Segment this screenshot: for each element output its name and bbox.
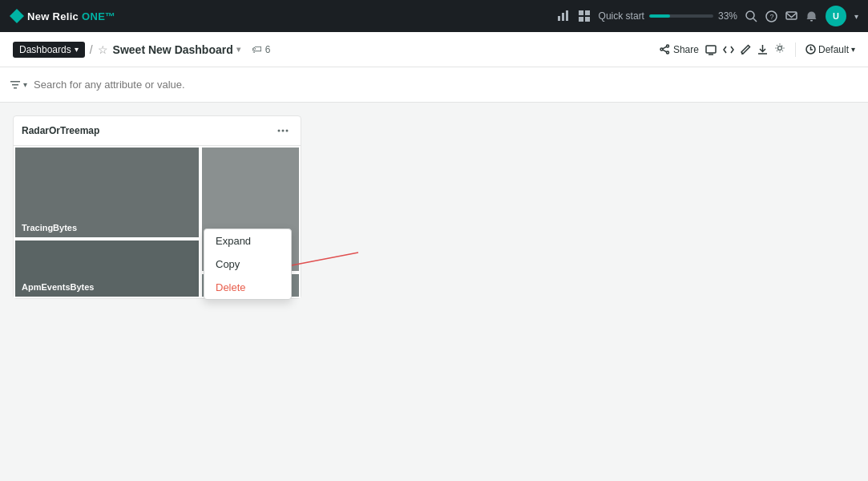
treemap-cell-tracing: TracingBytes <box>14 146 200 239</box>
svg-rect-6 <box>585 17 590 22</box>
context-menu-expand[interactable]: Expand <box>204 229 291 253</box>
svg-point-30 <box>286 130 289 132</box>
help-icon[interactable]: ? <box>765 10 777 22</box>
clock-icon <box>805 44 816 55</box>
chart-icon[interactable] <box>557 10 570 22</box>
context-menu-copy[interactable]: Copy <box>204 253 291 276</box>
top-navigation: New Relic ONE™ Quick start 33% ? <box>0 0 868 32</box>
widget-card: RadarOrTreemap TracingBytes MetricsBytes… <box>13 115 301 299</box>
svg-line-16 <box>663 46 667 49</box>
share-button[interactable]: Share <box>660 44 699 55</box>
bell-icon[interactable] <box>805 10 818 22</box>
three-dots-icon <box>277 124 289 137</box>
settings-button[interactable] <box>774 42 785 56</box>
svg-rect-18 <box>706 46 716 53</box>
message-icon[interactable] <box>785 10 797 22</box>
context-menu-delete[interactable]: Delete <box>204 276 291 299</box>
svg-point-29 <box>282 130 285 132</box>
svg-rect-11 <box>786 12 797 19</box>
logo-text: New Relic ONE™ <box>27 10 115 22</box>
filter-toggle[interactable]: ▾ <box>10 79 27 91</box>
svg-rect-27 <box>14 87 17 89</box>
search-icon[interactable] <box>745 10 757 22</box>
filter-bar: ▾ <box>0 67 868 103</box>
svg-rect-0 <box>558 16 560 21</box>
logo-diamond-icon <box>10 9 24 23</box>
svg-rect-3 <box>579 10 583 15</box>
filter-chevron: ▾ <box>23 80 27 89</box>
download-button[interactable] <box>757 44 768 55</box>
tv-button[interactable] <box>705 44 717 55</box>
breadcrumb-right: Share Default ▾ <box>660 42 855 57</box>
tv-icon <box>705 44 717 55</box>
context-menu: Expand Copy Delete <box>204 228 292 300</box>
breadcrumb-left: Dashboards ▾ / ☆ Sweet New Dashboard ▾ 🏷… <box>13 42 270 58</box>
code-icon <box>723 44 734 55</box>
user-avatar[interactable]: U <box>826 6 846 26</box>
widget-header: RadarOrTreemap <box>14 116 301 146</box>
svg-rect-4 <box>585 10 590 15</box>
gear-icon <box>774 42 785 54</box>
breadcrumb-title: Sweet New Dashboard ▾ <box>113 43 240 56</box>
top-nav-left: New Relic ONE™ <box>10 9 115 23</box>
svg-line-17 <box>663 50 667 52</box>
svg-rect-5 <box>579 17 583 22</box>
svg-text:?: ? <box>770 13 774 21</box>
widget-menu-button[interactable] <box>273 123 293 139</box>
edit-button[interactable] <box>741 44 751 55</box>
edit-icon <box>741 44 751 55</box>
user-menu-chevron[interactable]: ▾ <box>854 12 858 21</box>
svg-rect-26 <box>12 84 18 86</box>
svg-point-28 <box>278 130 281 132</box>
grid-icon[interactable] <box>578 10 591 22</box>
default-button[interactable]: Default ▾ <box>805 44 855 55</box>
svg-line-8 <box>753 18 757 22</box>
top-nav-right: Quick start 33% ? U ▾ <box>557 6 858 26</box>
svg-point-14 <box>666 51 668 54</box>
dashboards-breadcrumb[interactable]: Dashboards ▾ <box>13 42 85 58</box>
svg-point-23 <box>777 46 781 51</box>
star-icon[interactable]: ☆ <box>98 43 108 56</box>
default-chevron: ▾ <box>851 45 855 54</box>
tag-icon: 🏷 <box>252 43 262 55</box>
svg-rect-2 <box>566 10 568 21</box>
breadcrumb-bar: Dashboards ▾ / ☆ Sweet New Dashboard ▾ 🏷… <box>0 32 868 67</box>
main-content: RadarOrTreemap TracingBytes MetricsBytes… <box>0 103 868 478</box>
quick-start-label: Quick start <box>599 10 644 22</box>
progress-label: 33% <box>718 10 737 22</box>
breadcrumb-separator: / <box>90 43 93 56</box>
separator <box>795 42 796 57</box>
breadcrumb-tag: 🏷 6 <box>252 43 271 55</box>
title-chevron[interactable]: ▾ <box>236 45 240 54</box>
widget-title: RadarOrTreemap <box>22 125 99 136</box>
progress-fill <box>649 14 670 18</box>
code-button[interactable] <box>723 44 734 55</box>
treemap-cell-apm: ApmEventsBytes <box>14 239 200 298</box>
svg-point-15 <box>660 48 663 51</box>
share-icon <box>660 44 670 55</box>
download-icon <box>757 44 768 55</box>
progress-track <box>649 14 713 18</box>
filter-lines-icon <box>10 79 21 91</box>
svg-rect-12 <box>810 20 813 22</box>
svg-point-13 <box>666 45 668 47</box>
svg-rect-25 <box>10 81 20 83</box>
filter-search-input[interactable] <box>34 74 858 96</box>
svg-point-7 <box>746 11 754 19</box>
logo[interactable]: New Relic ONE™ <box>10 9 115 23</box>
quick-start: Quick start 33% <box>599 10 737 22</box>
svg-rect-1 <box>562 13 564 21</box>
